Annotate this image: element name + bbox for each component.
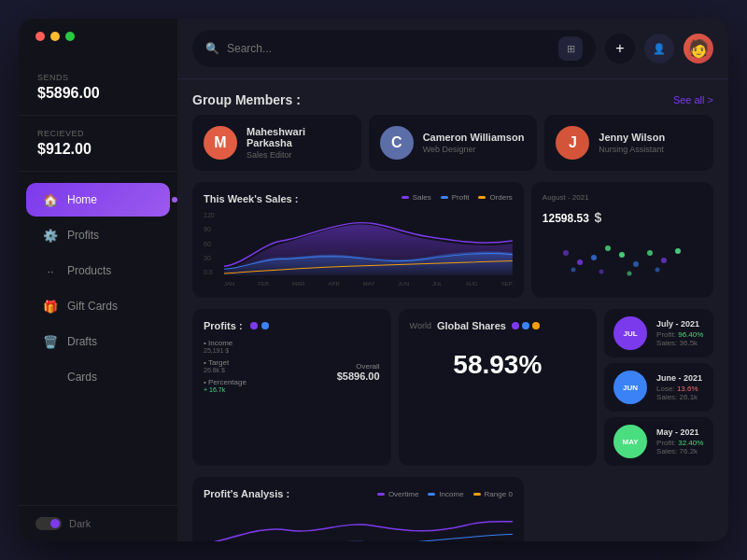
sidebar-item-profits[interactable]: ⚙️Profits [26,218,170,252]
chart-inner [224,212,513,275]
svg-point-3 [605,245,611,251]
member-name: Cameron Williamson [423,132,525,143]
revenue-value: 12598.53 $ [543,205,702,227]
month-info: July - 2021 Profit: 96.40% Sales: 36.5k [656,319,704,347]
sidebar-item-drafts[interactable]: 🗑️Drafts [26,325,170,358]
svg-point-2 [591,255,597,260]
dots-svg [557,234,687,281]
member-card: M Maheshwari Parkasha Sales Editor [192,115,361,171]
sidebar-item-gift-cards[interactable]: 🎁Gift Cards [26,289,170,323]
svg-point-1 [577,259,583,265]
sends-label: Sends [37,73,159,82]
member-info: Maheshwari Parkasha Sales Editor [247,126,350,160]
monthly-cards: JUL July - 2021 Profit: 96.40% Sales: 36… [604,309,713,466]
close-button[interactable] [35,32,45,41]
user-avatar[interactable]: 🧑 [684,34,713,63]
member-avatar: J [556,126,589,160]
member-avatar: M [204,126,237,160]
sales-chart-area: 1209060300.0 [204,212,513,287]
profits-title: Profits : [204,320,243,331]
dark-mode-toggle[interactable] [35,517,62,530]
see-all-link[interactable]: See all > [673,94,713,105]
search-bar[interactable]: 🔍 ⊞ [192,30,596,67]
sidebar-item-products[interactable]: ··Products [26,254,170,287]
minimize-button[interactable] [50,32,60,41]
grid-icon: ⊞ [558,36,583,61]
analysis-legend: OvertimeIncomeRange 0 [377,490,513,498]
search-input[interactable] [227,42,551,55]
percentage-item: • Percentage + 16.7k [204,378,247,393]
month-title: July - 2021 [656,319,704,329]
sends-value: $5896.00 [37,85,159,102]
x-label: APR [328,281,339,287]
y-label: 120 [204,212,215,218]
group-members-section: Group Members : See all > M Maheshwari P… [192,92,713,171]
svg-point-7 [661,258,667,263]
global-percent: 58.93% [410,350,586,380]
month-detail: Profit: 96.40% Sales: 36.5k [656,330,704,347]
sidebar-item-cards[interactable]: Cards [26,360,170,394]
member-info: Jenny Wilson Nursing Assistant [599,132,665,154]
month-badge: JUN [613,371,647,404]
row-profits: Profits : • Income 25,191 $ • Ta [192,309,713,466]
row-charts: This Week's Sales : SalesProfitOrders 12… [192,182,713,298]
legend-item: Sales [402,193,431,202]
analysis-chart [204,507,513,541]
global-shares-card: World Global Shares 58.93% [399,309,598,466]
x-label: AUG [466,281,478,287]
profits-dots [250,322,269,329]
member-role: Web Designer [423,145,525,154]
sends-stat: Sends $5896.00 [19,60,177,116]
sales-chart-card: This Week's Sales : SalesProfitOrders 12… [192,182,524,298]
nav-item-label: Cards [67,371,97,384]
month-info: June - 2021 Lose: 13.6% Sales: 26.1k [656,373,704,401]
analysis-legend-item: Overtime [377,490,418,498]
profile-icon[interactable]: 👤 [644,34,674,63]
member-info: Cameron Williamson Web Designer [423,132,525,154]
target-item: • Target 26.8k $ [204,358,247,373]
add-button[interactable]: + [605,34,635,63]
x-label: MAY [363,281,375,287]
y-axis-labels: 1209060300.0 [204,212,215,275]
svg-point-6 [647,250,653,256]
traffic-lights [35,32,75,41]
sidebar: Sends $5896.00 Recieved $912.00 🏠Home⚙️P… [19,19,177,541]
income-item: • Income 25,191 $ [204,339,380,354]
revenue-number: 12598.53 [543,212,589,225]
analysis-title: Profit's Analysis : [204,488,289,499]
x-label: JUN [398,281,409,287]
x-axis-labels: JANFEBMARAPRMAYJUNJULAUGSEP [224,281,513,287]
x-label: FEB [258,281,269,287]
month-badge: MAY [613,425,647,458]
svg-point-11 [627,272,632,276]
analysis-legend-item: Range 0 [473,490,513,498]
analysis-card: Profit's Analysis : OvertimeIncomeRange … [192,477,524,541]
sidebar-bottom: Dark [19,505,177,541]
member-name: Jenny Wilson [599,132,665,143]
member-role: Sales Editor [247,150,350,160]
nav-item-label: Profits [67,229,99,242]
svg-point-12 [655,268,660,273]
mode-label: Dark [69,518,91,529]
row-analysis: Profit's Analysis : OvertimeIncomeRange … [192,477,713,541]
search-icon: 🔍 [205,42,219,55]
dots-visualization [543,234,702,281]
profits-card: Profits : • Income 25,191 $ • Ta [192,309,391,466]
nav-item-label: Drafts [67,335,97,348]
products-icon: ·· [43,263,58,278]
x-label: JUL [432,281,443,287]
maximize-button[interactable] [65,32,75,41]
content-area: Group Members : See all > M Maheshwari P… [177,79,728,541]
revenue-card: August - 2021 12598.53 $ [531,182,713,298]
analysis-svg [204,507,513,541]
legend-item: Profit [441,193,470,202]
chart-legend: SalesProfitOrders [402,193,513,202]
y-label: 30 [204,255,215,261]
revenue-currency: $ [594,210,601,225]
main-area: 🔍 ⊞ + 👤 🧑 Group Members : See all > M Ma… [177,19,728,541]
x-label: SEP [501,281,513,287]
member-card: J Jenny Wilson Nursing Assistant [544,115,713,171]
x-label: MAR [292,281,304,287]
svg-point-5 [633,261,639,267]
sidebar-item-home[interactable]: 🏠Home [26,183,170,217]
